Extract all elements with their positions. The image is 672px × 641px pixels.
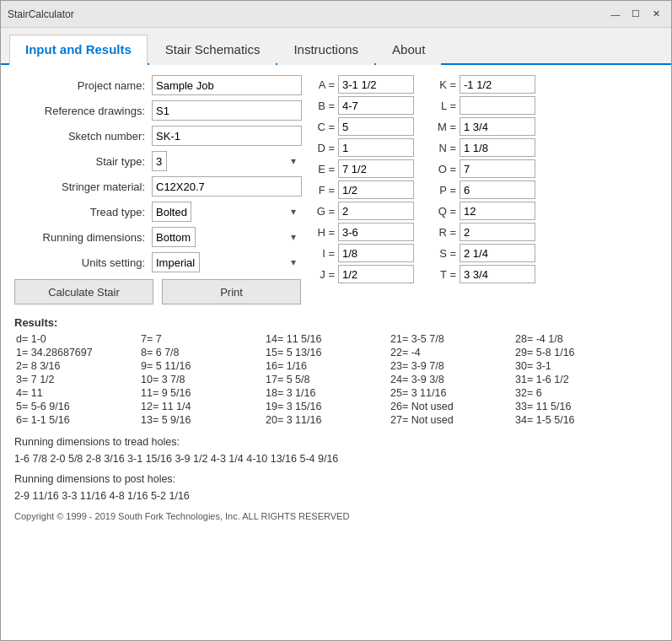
result-row: 2= 8 3/169= 5 11/1616= 1/1623= 3-9 7/830… xyxy=(14,359,658,373)
var-d: D = xyxy=(309,138,414,157)
running-dims-tread-label: Running dimensions to tread holes: xyxy=(14,434,658,450)
result-cell: 28= -4 1/8 xyxy=(513,332,638,346)
var-h-label: H = xyxy=(309,226,335,239)
tread-type-select[interactable]: Bolted xyxy=(152,202,191,222)
var-i-label: I = xyxy=(309,247,335,260)
result-cell: 21= 3-5 7/8 xyxy=(389,332,513,346)
var-j-input[interactable] xyxy=(338,265,414,283)
result-cell: 25= 3 11/16 xyxy=(389,386,513,400)
sketch-number-input[interactable] xyxy=(152,126,302,146)
var-s: S = xyxy=(431,244,535,262)
reference-drawings-input[interactable] xyxy=(152,100,302,121)
running-dimensions-row: Running dimensions: Bottom xyxy=(14,227,301,247)
var-f-label: F = xyxy=(309,184,335,197)
result-cell: 12= 11 1/4 xyxy=(139,400,264,413)
var-s-input[interactable] xyxy=(460,244,535,262)
maximize-button[interactable]: ☐ xyxy=(627,6,644,23)
result-cell: 19= 3 15/16 xyxy=(264,400,389,413)
var-o-input[interactable] xyxy=(460,159,535,178)
var-t-input[interactable] xyxy=(460,265,535,283)
stair-type-select[interactable]: 3 xyxy=(152,151,167,171)
result-row: 4= 1111= 9 5/1618= 3 1/1625= 3 11/1632= … xyxy=(14,386,658,400)
var-h: H = xyxy=(309,223,414,241)
stair-type-label: Stair type: xyxy=(14,155,145,168)
calculate-button[interactable]: Calculate Stair xyxy=(14,279,153,304)
stringer-material-input[interactable] xyxy=(152,176,302,197)
var-e-input[interactable] xyxy=(338,159,414,178)
window-controls: — ☐ ✕ xyxy=(607,6,664,23)
var-j: J = xyxy=(309,265,414,283)
project-name-row: Project name: xyxy=(14,75,301,95)
tab-bar: Input and Results Stair Schematics Instr… xyxy=(1,28,671,65)
var-r-label: R = xyxy=(431,226,456,239)
var-t: T = xyxy=(431,265,535,283)
var-b-input[interactable] xyxy=(338,96,414,115)
var-l-label: L = xyxy=(431,100,456,112)
var-s-label: S = xyxy=(431,247,456,260)
var-p-input[interactable] xyxy=(460,180,535,199)
print-button[interactable]: Print xyxy=(162,279,301,304)
units-setting-row: Units setting: Imperial xyxy=(14,252,301,272)
main-content: Project name: Reference drawings: Sketch… xyxy=(1,65,671,640)
right-vars: K = L = M = N = O = xyxy=(431,75,535,313)
running-dimensions-label: Running dimensions: xyxy=(14,231,145,244)
minimize-button[interactable]: — xyxy=(607,6,624,23)
tab-about[interactable]: About xyxy=(376,35,441,65)
var-a: A = xyxy=(309,75,414,94)
tab-schematics[interactable]: Stair Schematics xyxy=(149,35,277,65)
var-i: I = xyxy=(309,244,414,262)
result-cell: 26= Not used xyxy=(389,400,513,413)
result-cell: 14= 11 5/16 xyxy=(264,332,389,346)
tab-instructions[interactable]: Instructions xyxy=(277,35,374,65)
var-j-label: J = xyxy=(309,268,335,281)
var-l: L = xyxy=(431,96,535,115)
var-g-label: G = xyxy=(309,205,335,218)
var-d-input[interactable] xyxy=(338,138,414,157)
units-setting-select[interactable]: Imperial xyxy=(152,252,200,272)
result-cell: 30= 3-1 xyxy=(513,359,638,373)
var-m-label: M = xyxy=(431,121,456,133)
var-f-input[interactable] xyxy=(338,180,414,199)
var-q: Q = xyxy=(431,202,535,220)
result-cell: 9= 5 11/16 xyxy=(139,359,264,373)
tab-input[interactable]: Input and Results xyxy=(9,35,148,65)
result-cell: 13= 5 9/16 xyxy=(139,413,264,427)
result-cell: 32= 6 xyxy=(513,386,638,400)
var-l-input[interactable] xyxy=(460,96,535,115)
result-cell: d= 1-0 xyxy=(14,332,139,346)
result-cell: 18= 3 1/16 xyxy=(264,386,389,400)
titlebar: StairCalculator — ☐ ✕ xyxy=(1,1,671,28)
var-c-input[interactable] xyxy=(338,117,414,136)
close-button[interactable]: ✕ xyxy=(648,6,664,23)
running-dimensions-select[interactable]: Bottom xyxy=(152,227,196,247)
reference-drawings-label: Reference drawings: xyxy=(14,105,145,117)
var-i-input[interactable] xyxy=(338,244,414,262)
var-h-input[interactable] xyxy=(338,223,414,241)
var-d-label: D = xyxy=(309,142,335,154)
tread-type-row: Tread type: Bolted xyxy=(14,202,301,222)
sketch-number-label: Sketch number: xyxy=(14,130,145,143)
var-o: O = xyxy=(431,159,535,178)
var-a-label: A = xyxy=(309,78,335,91)
var-n-input[interactable] xyxy=(460,138,535,157)
var-m-input[interactable] xyxy=(460,117,535,136)
running-dimensions-wrapper: Bottom xyxy=(152,227,301,247)
units-setting-wrapper: Imperial xyxy=(152,252,301,272)
result-cell: 17= 5 5/8 xyxy=(264,373,389,386)
var-b: B = xyxy=(309,96,414,115)
units-setting-label: Units setting: xyxy=(14,256,145,269)
result-row: 1= 34.286876978= 6 7/815= 5 13/1622= -42… xyxy=(14,346,658,359)
stringer-material-row: Stringer material: xyxy=(14,176,301,197)
var-n-label: N = xyxy=(431,142,456,154)
var-b-label: B = xyxy=(309,100,335,112)
var-g-input[interactable] xyxy=(338,202,414,220)
reference-drawings-row: Reference drawings: xyxy=(14,100,301,121)
var-q-input[interactable] xyxy=(460,202,535,220)
project-name-input[interactable] xyxy=(152,75,302,95)
result-cell: 11= 9 5/16 xyxy=(139,386,264,400)
buttons-row: Calculate Stair Print xyxy=(14,279,301,304)
result-cell: 5= 5-6 9/16 xyxy=(14,400,139,413)
var-k-input[interactable] xyxy=(460,75,535,94)
var-r-input[interactable] xyxy=(460,223,535,241)
var-a-input[interactable] xyxy=(338,75,414,94)
